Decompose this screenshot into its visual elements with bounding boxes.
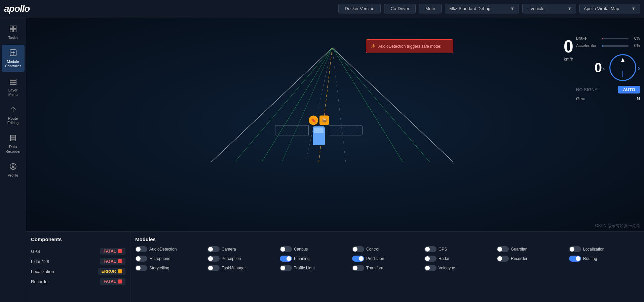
module-toggle[interactable] [207,265,220,271]
mute-button[interactable]: Mute [419,4,442,13]
toggle-dot-icon [570,247,574,252]
module-toggle[interactable] [280,256,292,262]
svg-rect-10 [10,135,16,137]
module-toggle[interactable] [280,246,292,252]
accel-bar [602,45,629,47]
status-dot-icon [118,259,122,263]
sidebar-item-route-editing[interactable]: RouteEditing [2,102,25,128]
no-signal-label: NO SIGNAL [576,87,600,92]
component-badge: FATAL [100,258,125,265]
module-toggle[interactable] [352,256,364,262]
sidebar-label-layer-menu: LayerMenu [8,88,18,97]
toggle-dot-icon [280,247,285,252]
module-toggle[interactable] [135,265,147,271]
module-item: Traffic Light [280,265,350,271]
component-badge: FATAL [100,248,125,255]
component-name: Localization [31,269,98,274]
accel-row: Accelerator 0% [576,43,640,48]
module-toggle[interactable] [352,246,364,252]
components-list: GPSFATALLidar 128FATALLocalizationERRORR… [31,246,125,287]
module-toggle[interactable] [424,256,437,262]
module-toggle[interactable] [497,246,509,252]
component-status: FATAL [104,279,116,284]
codriver-button[interactable]: Co-Driver [384,4,416,13]
svg-rect-0 [10,26,13,29]
right-sensor [329,125,363,136]
vehicle-label: -- vehicle -- [527,6,548,11]
toggle-dot-icon [208,266,213,270]
module-item: Control [352,246,422,252]
svg-rect-1 [13,26,16,29]
toggle-dot-icon [359,256,364,261]
brake-row: Brake 0% [576,36,640,41]
svg-point-14 [12,165,14,167]
brake-bar [602,38,629,39]
module-toggle[interactable] [569,256,581,262]
gear-row: Gear N [576,96,640,101]
vehicle-on-map: 🔖 📦 [275,116,363,145]
accel-label: Accelerator [576,43,600,48]
module-toggle[interactable] [135,256,147,262]
degree-display: 0 ° [595,60,605,75]
component-status: ERROR [102,269,116,274]
module-toggle[interactable] [135,246,147,252]
audio-detection-alert: ⚠ AudioDetection triggers safe mode: [366,39,453,53]
sidebar-item-data-recorder[interactable]: DataRecorder [2,130,25,157]
module-item: Transform [352,265,422,271]
map-dropdown[interactable]: Apollo Virutal Map ▼ [579,4,640,13]
module-item: GPS [424,246,495,252]
module-toggle[interactable] [569,246,581,252]
warning-icon: ⚠ [371,43,376,49]
components-panel: Components GPSFATALLidar 128FATALLocaliz… [26,232,130,302]
svg-rect-12 [10,139,16,141]
svg-rect-2 [10,29,13,32]
left-sensor [275,125,309,136]
toggle-dot-icon [497,247,502,252]
degree-symbol: ° [603,68,605,74]
module-item: Velodyne [424,265,495,271]
watermark: CSDN @家有娇妻张兔免 [595,223,640,229]
bottom-panel: Components GPSFATALLidar 128FATALLocaliz… [26,231,644,302]
sidebar-item-tasks[interactable]: Tasks [2,21,25,43]
module-toggle[interactable] [424,246,437,252]
toggle-dot-icon [576,256,580,261]
gear-label: Gear [576,96,586,101]
toggle-dot-icon [287,256,291,261]
compass-circle [609,54,636,81]
chevron-down-icon: ▼ [567,6,572,11]
module-item: Perception [207,256,278,262]
docker-version-button[interactable]: Docker Version [338,4,381,13]
vehicle-stats-panel: Brake 0% Accelerator 0% 0 ° [576,36,640,101]
vehicle-profile-select[interactable]: Mkz Standard Debug ▼ [445,4,519,13]
module-name: Localization [583,247,604,252]
module-item: Guardian [497,246,567,252]
component-name: GPS [31,249,100,254]
module-item: AudioDetection [135,246,205,252]
module-toggle[interactable] [280,265,292,271]
module-toggle[interactable] [497,256,509,262]
module-toggle[interactable] [207,246,220,252]
map-label: Apollo Virutal Map [584,6,619,11]
module-toggle[interactable] [424,265,437,271]
vehicle-dropdown[interactable]: -- vehicle -- ▼ [522,4,576,13]
component-badge: FATAL [100,278,125,285]
sidebar-item-layer-menu[interactable]: LayerMenu [2,73,25,100]
sidebar-item-module-controller[interactable]: ModuleController [2,45,25,72]
module-name: Guardian [511,247,527,252]
map-area[interactable]: ⚠ AudioDetection triggers safe mode: 🔖 📦 [26,17,644,231]
center-area: ⚠ AudioDetection triggers safe mode: 🔖 📦 [26,17,644,302]
alert-text: AudioDetection triggers safe mode: [378,44,441,49]
module-item: Microphone [135,256,205,262]
module-toggle[interactable] [207,256,220,262]
module-item: Canbus [280,246,350,252]
module-name: Camera [222,247,236,252]
toggle-dot-icon [353,266,357,270]
module-toggle[interactable] [352,265,364,271]
module-name: Radar [439,256,450,261]
module-item: TaskManager [207,265,278,271]
main-layout: Tasks ModuleController LayerMenu [0,17,644,302]
modules-grid: AudioDetectionCameraCanbusControlGPSGuar… [135,246,639,271]
module-name: TaskManager [222,266,246,270]
sidebar-item-profile[interactable]: Profile [2,158,25,181]
speed-value: 0 [564,38,573,55]
